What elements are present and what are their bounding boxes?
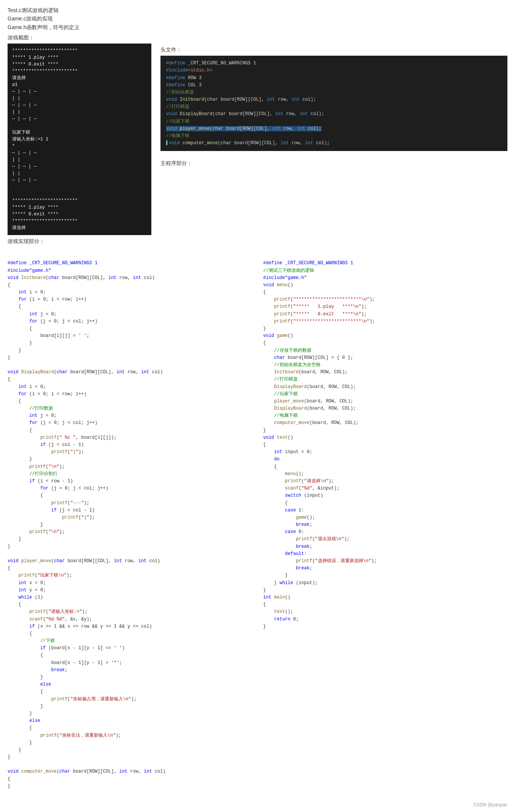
right-code-block: #define _CRT_SECURE_NO_WARNINGS 1 //测试三子… (263, 252, 508, 797)
header-file-label: 头文件： (160, 47, 507, 53)
header-code-box: #define _CRT_SECURE_NO_WARNINGS 1 #inclu… (160, 56, 507, 151)
title-line1: Test.c测试游戏的逻辑 (8, 6, 507, 14)
left-code-block: #define _CRT_SECURE_NO_WARNINGS 1 #inclu… (8, 252, 252, 797)
main-code-section: #define _CRT_SECURE_NO_WARNINGS 1 #inclu… (8, 252, 507, 797)
title-line2: Game.c游戏的实现 (8, 14, 507, 23)
two-col-layout: ************************ ***** 1.play **… (8, 44, 507, 246)
game-impl-label: 游戏实现部分： (8, 238, 151, 245)
right-column: 头文件： #define _CRT_SECURE_NO_WARNINGS 1 #… (160, 44, 507, 246)
watermark: CSDN @panpan (473, 802, 507, 803)
main-program-label: 主程序部分： (160, 160, 507, 167)
page-header: Test.c测试游戏的逻辑 Game.c游戏的实现 Game.h函数声明，符号的… (8, 6, 507, 31)
code-two-col: #define _CRT_SECURE_NO_WARNINGS 1 #inclu… (8, 252, 507, 797)
left-column: ************************ ***** 1.play **… (8, 44, 151, 246)
title-line3: Game.h函数声明，符号的定义 (8, 23, 507, 31)
screenshot-label: 游戏截图： (8, 34, 507, 41)
game-terminal: ************************ ***** 1.play **… (8, 44, 151, 235)
